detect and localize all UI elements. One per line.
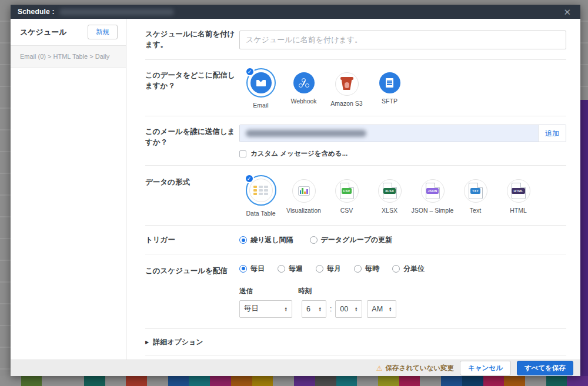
minute-select[interactable]: 00 ▲▼: [335, 300, 362, 318]
hour-select[interactable]: 6 ▲▼: [302, 300, 326, 318]
background-purple-card: [579, 100, 588, 376]
cancel-button[interactable]: キャンセル: [460, 361, 511, 375]
destination-option-sftp[interactable]: SFTP: [368, 68, 411, 109]
format-option-html[interactable]: HTML HTML: [497, 175, 540, 217]
radio-icon: [239, 265, 247, 273]
unsaved-changes-warning: ⚠ 保存されていない変更: [376, 364, 454, 372]
amazon-s3-icon: [335, 72, 359, 96]
schedule-sidebar: スケジュール 新規 Email (0) > HTML Table > Daily: [11, 19, 126, 360]
schedule-deliver-label: このスケジュールを配信: [145, 264, 239, 318]
stepper-icon: ▲▼: [319, 307, 322, 311]
trigger-label: トリガー: [145, 235, 239, 246]
csv-file-icon: CSV: [335, 179, 359, 203]
ampm-select[interactable]: AM ▲▼: [367, 300, 396, 318]
frequency-option-minutes[interactable]: 分単位: [392, 264, 425, 274]
stepper-icon: ▲▼: [389, 307, 392, 311]
dialog-title: Schedule :: [18, 8, 55, 16]
selected-check-icon: ✓: [245, 67, 255, 76]
time-label: 時刻: [298, 287, 312, 296]
radio-icon: [354, 265, 362, 273]
background-card-tiles: [0, 376, 588, 386]
frequency-option-daily[interactable]: 毎日: [239, 264, 265, 274]
html-file-icon: HTML: [507, 179, 530, 203]
format-label: データの形式: [145, 175, 239, 217]
redacted-recipient-email: [246, 130, 366, 137]
schedule-list-item[interactable]: Email (0) > HTML Table > Daily: [11, 46, 126, 68]
radio-icon: [316, 265, 323, 273]
redacted-schedule-name: [59, 9, 174, 15]
radio-icon: [310, 236, 318, 244]
radio-icon: [278, 265, 285, 273]
recipients-field[interactable]: 追加: [239, 125, 566, 142]
custom-message-checkbox[interactable]: [239, 150, 246, 157]
new-schedule-button[interactable]: 新規: [88, 25, 118, 39]
trigger-option-interval[interactable]: 繰り返し間隔: [239, 235, 293, 245]
visualization-icon: [292, 179, 316, 203]
warning-triangle-icon: ⚠: [376, 364, 383, 372]
destination-option-webhook[interactable]: Webhook: [282, 68, 325, 109]
custom-message-label: カスタム メッセージを含める...: [250, 149, 348, 158]
send-frequency-select[interactable]: 毎日 ▲▼: [239, 300, 292, 318]
close-icon[interactable]: ✕: [561, 6, 573, 18]
frequency-option-weekly[interactable]: 毎週: [278, 264, 303, 274]
advanced-options-toggle[interactable]: ▶ 詳細オプション: [145, 337, 203, 347]
format-option-data-table[interactable]: ✓ Data Table: [239, 175, 282, 217]
time-separator: :: [330, 305, 332, 313]
format-option-visualization[interactable]: Visualization: [282, 175, 325, 217]
schedule-dialog: Schedule : ✕ スケジュール 新規 Email (0) > HTML …: [11, 5, 580, 376]
stepper-icon: ▲▼: [355, 307, 358, 311]
selected-check-icon: ✓: [245, 174, 254, 183]
frequency-option-hourly[interactable]: 毎時: [354, 264, 379, 274]
email-icon: [250, 72, 272, 93]
sidebar-heading: スケジュール: [20, 27, 67, 38]
send-label: 送信: [239, 287, 298, 296]
format-option-xlsx[interactable]: XLSX XLSX: [368, 175, 411, 217]
name-label: スケジュールに名前を付けます。: [145, 29, 239, 50]
format-option-csv[interactable]: CSV CSV: [325, 175, 368, 217]
trigger-option-datagroup-update[interactable]: データグループの更新: [310, 235, 393, 245]
xlsx-file-icon: XLSX: [378, 179, 402, 203]
data-table-icon: [249, 179, 273, 202]
sftp-icon: [379, 72, 400, 93]
destination-label: このデータをどこに配信しますか？: [145, 68, 239, 109]
format-option-text[interactable]: TXT Text: [454, 175, 497, 217]
add-recipient-button[interactable]: 追加: [538, 125, 566, 142]
dialog-header: Schedule : ✕: [11, 5, 580, 19]
webhook-icon: [293, 72, 315, 93]
recipients-label: このメールを誰に送信しますか？: [145, 125, 239, 158]
frequency-option-monthly[interactable]: 毎月: [316, 264, 341, 274]
schedule-name-input[interactable]: [239, 31, 566, 49]
json-file-icon: JSON: [421, 179, 445, 203]
destination-option-amazon-s3[interactable]: Amazon S3: [325, 68, 368, 109]
save-all-button[interactable]: すべてを保存: [517, 361, 573, 375]
radio-icon: [392, 265, 400, 273]
stepper-icon: ▲▼: [285, 307, 288, 311]
dialog-footer: ⚠ 保存されていない変更 キャンセル すべてを保存: [11, 360, 580, 376]
destination-option-email[interactable]: ✓ Email: [239, 68, 282, 109]
format-option-json-simple[interactable]: JSON JSON – Simple: [411, 175, 454, 217]
radio-icon: [239, 236, 247, 244]
txt-file-icon: TXT: [464, 179, 487, 203]
schedule-form: スケジュールに名前を付けます。 このデータをどこに配信しますか？ ✓: [126, 19, 580, 360]
caret-right-icon: ▶: [145, 340, 149, 345]
